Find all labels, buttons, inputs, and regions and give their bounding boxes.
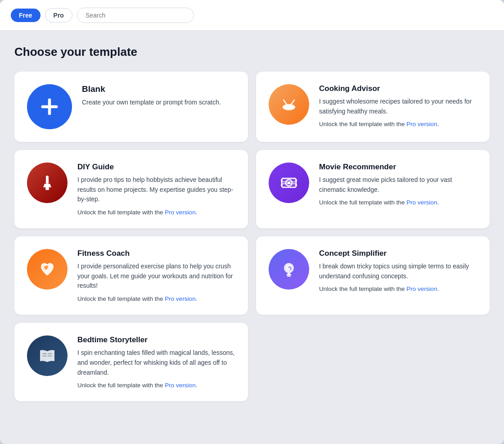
svg-rect-12	[281, 180, 283, 181]
diy-title: DIY Guide	[77, 163, 235, 172]
storyteller-title: Bedtime Storyteller	[77, 335, 235, 344]
fitness-title: Fitness Coach	[77, 249, 235, 258]
storyteller-unlock: Unlock the full template with the Pro ve…	[77, 382, 235, 389]
fitness-body: Fitness Coach I provide personalized exe…	[77, 249, 235, 302]
template-bedtime-storyteller[interactable]: Bedtime Storyteller I spin enchanting ta…	[14, 323, 248, 401]
template-fitness-coach[interactable]: Fitness Coach I provide personalized exe…	[14, 236, 248, 315]
svg-rect-13	[281, 184, 283, 186]
pro-tab[interactable]: Pro	[45, 8, 72, 23]
diy-icon	[27, 163, 68, 203]
movie-pro-link[interactable]: Pro version	[406, 199, 437, 206]
free-tab[interactable]: Free	[11, 9, 40, 22]
concept-pro-link[interactable]: Pro version	[406, 285, 437, 292]
movie-title: Movie Recommender	[319, 163, 477, 172]
concept-body: Concept Simplifier I break down tricky t…	[319, 249, 477, 292]
blank-icon	[27, 84, 72, 129]
storyteller-pro-link[interactable]: Pro version	[165, 382, 195, 389]
cooking-body: Cooking Advisor I suggest wholesome reci…	[319, 84, 477, 127]
cooking-pro-link[interactable]: Pro version	[406, 121, 437, 127]
svg-point-4	[284, 106, 293, 110]
template-grid: Blank Create your own template or prompt…	[14, 72, 490, 401]
diy-body: DIY Guide I provide pro tips to help hob…	[77, 163, 235, 216]
diy-description: I provide pro tips to help hobbyists ach…	[77, 175, 235, 204]
fitness-description: I provide personalized exercise plans to…	[77, 262, 235, 291]
movie-icon	[269, 163, 309, 203]
svg-rect-6	[45, 187, 49, 190]
diy-pro-link[interactable]: Pro version	[165, 209, 195, 216]
page-title: Choose your template	[14, 45, 490, 59]
concept-title: Concept Simplifier	[319, 249, 477, 258]
template-diy-guide[interactable]: DIY Guide I provide pro tips to help hob…	[14, 150, 248, 228]
concept-description: I break down tricky topics using simple …	[319, 262, 477, 281]
blank-title: Blank	[82, 84, 235, 94]
storyteller-icon	[27, 335, 68, 376]
fitness-unlock: Unlock the full template with the Pro ve…	[77, 295, 235, 302]
blank-description: Create your own template or prompt from …	[82, 98, 235, 108]
movie-unlock: Unlock the full template with the Pro ve…	[319, 199, 477, 206]
storyteller-description: I spin enchanting tales filled with magi…	[77, 348, 235, 377]
template-cooking-advisor[interactable]: Cooking Advisor I suggest wholesome reci…	[256, 72, 490, 142]
template-movie-recommender[interactable]: Movie Recommender I suggest great movie …	[256, 150, 490, 228]
diy-unlock: Unlock the full template with the Pro ve…	[77, 209, 235, 216]
app-window: Free Pro Choose your template Blank Crea…	[0, 0, 504, 444]
fitness-icon	[27, 249, 68, 290]
cooking-title: Cooking Advisor	[319, 84, 477, 93]
search-input[interactable]	[77, 8, 194, 23]
concept-unlock: Unlock the full template with the Pro ve…	[319, 285, 477, 292]
cooking-description: I suggest wholesome recipes tailored to …	[319, 97, 477, 116]
svg-rect-14	[295, 180, 297, 181]
template-concept-simplifier[interactable]: Concept Simplifier I break down tricky t…	[256, 236, 490, 315]
svg-point-7	[45, 180, 49, 184]
cooking-icon	[269, 84, 309, 125]
storyteller-body: Bedtime Storyteller I spin enchanting ta…	[77, 335, 235, 389]
blank-body: Blank Create your own template or prompt…	[82, 84, 235, 112]
header: Free Pro	[0, 0, 504, 31]
fitness-pro-link[interactable]: Pro version	[165, 295, 195, 302]
template-blank[interactable]: Blank Create your own template or prompt…	[14, 72, 248, 142]
main-content: Choose your template Blank Create your o…	[0, 31, 504, 419]
cooking-unlock: Unlock the full template with the Pro ve…	[319, 121, 477, 127]
concept-icon	[269, 249, 309, 290]
svg-rect-15	[295, 184, 297, 186]
movie-body: Movie Recommender I suggest great movie …	[319, 163, 477, 206]
movie-description: I suggest great movie picks tailored to …	[319, 175, 477, 195]
